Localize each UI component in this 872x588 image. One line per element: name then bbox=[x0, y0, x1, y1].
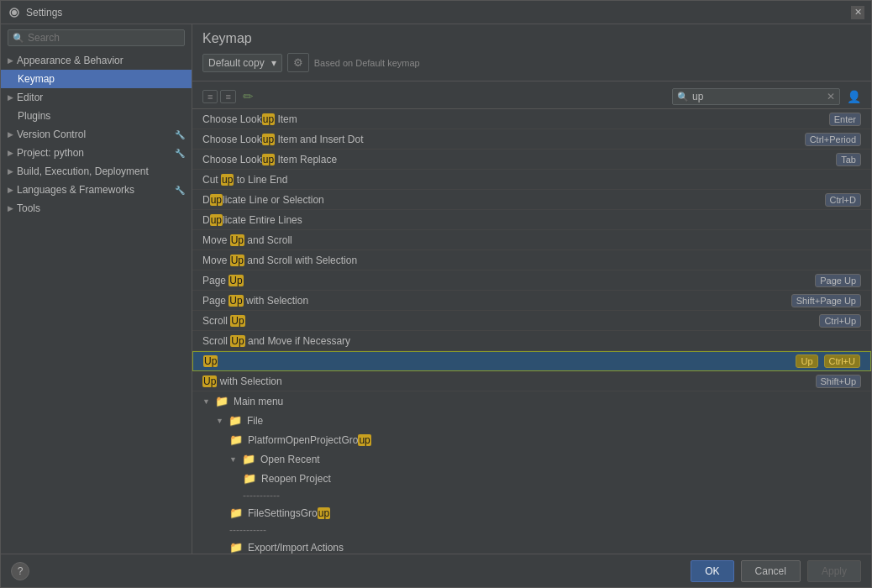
folder-icon: 📁 bbox=[229, 541, 243, 554]
sidebar-item-label: Build, Execution, Deployment bbox=[17, 165, 149, 177]
action-row[interactable]: Up with Selection Shift+Up bbox=[192, 371, 871, 391]
search-person-icon[interactable]: 👤 bbox=[847, 90, 861, 103]
action-row[interactable]: Duplicate Entire Lines bbox=[192, 210, 871, 230]
filter-collapse-all-btn[interactable]: ≡ bbox=[220, 90, 235, 103]
action-name: Move Up and Scroll with Selection bbox=[202, 255, 861, 266]
action-name: Choose Lookup Item bbox=[202, 113, 826, 125]
shortcuts: Up Ctrl+U bbox=[792, 354, 860, 368]
main-content: 🔍 ▶ Appearance & Behavior Keymap ▶ Edito… bbox=[1, 24, 871, 554]
shortcut-tag: Tab bbox=[836, 153, 861, 166]
sidebar-item-label: Version Control bbox=[17, 129, 86, 140]
action-row-selected[interactable]: Up Up Ctrl+U bbox=[192, 351, 871, 371]
action-name: Move Up and Scroll bbox=[202, 234, 861, 246]
shortcut-tag-secondary: Ctrl+U bbox=[824, 354, 860, 368]
shortcuts: Enter bbox=[826, 113, 861, 126]
group-row-open-recent[interactable]: ▼ 📁 Open Recent bbox=[192, 449, 871, 469]
action-search-input[interactable] bbox=[692, 91, 823, 102]
sidebar-search-input[interactable] bbox=[28, 32, 180, 44]
shortcuts: Shift+Up bbox=[812, 375, 862, 388]
action-name: Up with Selection bbox=[202, 375, 812, 387]
action-name: Scroll Up and Move if Necessary bbox=[202, 335, 861, 347]
group-row-file[interactable]: ▼ 📁 File bbox=[192, 411, 871, 430]
close-button[interactable]: ✕ bbox=[851, 6, 864, 19]
shortcuts: Tab bbox=[833, 153, 861, 166]
chevron-right-icon: ▶ bbox=[8, 167, 13, 176]
group-row-export[interactable]: 📁 Export/Import Actions bbox=[192, 538, 871, 554]
sidebar-item-keymap[interactable]: Keymap bbox=[1, 70, 192, 88]
folder-icon: 📁 bbox=[215, 395, 229, 407]
expand-icon: ▼ bbox=[202, 397, 210, 406]
group-label: Export/Import Actions bbox=[248, 542, 344, 554]
action-row[interactable]: Duplicate Line or Selection Ctrl+D bbox=[192, 190, 871, 210]
bottom-bar: ? OK Cancel Apply bbox=[1, 554, 871, 587]
sidebar-item-label: Languages & Frameworks bbox=[17, 184, 134, 196]
titlebar-left: Settings bbox=[8, 6, 62, 19]
ok-button[interactable]: OK bbox=[691, 560, 733, 582]
action-row[interactable]: Choose Lookup Item Replace Tab bbox=[192, 150, 871, 170]
chevron-right-icon: ▶ bbox=[8, 149, 13, 157]
action-row[interactable]: Page Up Page Up bbox=[192, 270, 871, 291]
group-label: Main menu bbox=[234, 396, 283, 407]
keymap-based-label: Based on Default keymap bbox=[314, 58, 420, 68]
sidebar-item-appearance[interactable]: ▶ Appearance & Behavior bbox=[1, 51, 192, 70]
action-name: Choose Lookup Item and Insert Dot bbox=[202, 134, 801, 145]
shortcut-tag: Ctrl+D bbox=[825, 193, 861, 207]
action-search-box[interactable]: 🔍 ✕ bbox=[672, 88, 840, 105]
action-row[interactable]: Move Up and Scroll bbox=[192, 230, 871, 250]
action-row[interactable]: Move Up and Scroll with Selection bbox=[192, 250, 871, 270]
filter-expand-all-btn[interactable]: ≡ bbox=[202, 90, 218, 103]
sidebar-search-icon: 🔍 bbox=[13, 33, 24, 44]
apply-button[interactable]: Apply bbox=[807, 560, 861, 582]
group-row-main-menu[interactable]: ▼ 📁 Main menu bbox=[192, 391, 871, 411]
panel-header: Keymap Default copy ▾ ⚙ Based on Default… bbox=[192, 24, 871, 81]
sidebar-item-label: Plugins bbox=[18, 110, 50, 122]
group-label: Open Recent bbox=[260, 454, 320, 465]
titlebar: Settings ✕ bbox=[1, 1, 871, 24]
action-row[interactable]: Scroll Up Ctrl+Up bbox=[192, 311, 871, 331]
shortcuts: Page Up bbox=[812, 274, 861, 287]
vcs-icon: 🔧 bbox=[175, 130, 185, 139]
sidebar-item-languages[interactable]: ▶ Languages & Frameworks 🔧 bbox=[1, 181, 192, 199]
profile-name: Default copy bbox=[208, 57, 265, 69]
shortcut-tag: Ctrl+Up bbox=[819, 314, 861, 328]
search-clear-icon[interactable]: ✕ bbox=[827, 91, 835, 102]
edit-icon: ✏ bbox=[243, 89, 254, 104]
sidebar-search-box[interactable]: 🔍 bbox=[8, 29, 185, 46]
group-row-platform[interactable]: 📁 PlatformOpenProjectGroup bbox=[192, 430, 871, 449]
cancel-button[interactable]: Cancel bbox=[741, 560, 801, 582]
sidebar-item-editor[interactable]: ▶ Editor bbox=[1, 88, 192, 107]
project-icon: 🔧 bbox=[175, 149, 185, 158]
shortcut-tag: Shift+Page Up bbox=[791, 294, 861, 307]
action-row[interactable]: Cut up to Line End bbox=[192, 170, 871, 190]
action-name: Up bbox=[203, 355, 792, 367]
folder-icon: 📁 bbox=[229, 507, 243, 519]
sidebar-item-plugins[interactable]: Plugins bbox=[1, 107, 192, 125]
action-name: Page Up with Selection bbox=[202, 295, 788, 307]
separator: ----------- bbox=[192, 488, 871, 503]
action-row[interactable]: Choose Lookup Item and Insert Dot Ctrl+P… bbox=[192, 129, 871, 150]
profile-selector[interactable]: Default copy ▾ bbox=[202, 54, 282, 72]
search-row: ≡ ≡ ✏ 🔍 ✕ 👤 bbox=[192, 85, 871, 109]
chevron-right-icon: ▶ bbox=[8, 130, 13, 139]
sidebar-item-version-control[interactable]: ▶ Version Control 🔧 bbox=[1, 125, 192, 144]
profile-dropdown[interactable]: Default copy ▾ bbox=[202, 54, 282, 72]
shortcut-tag: Enter bbox=[829, 113, 861, 126]
shortcuts: Ctrl+Up bbox=[816, 314, 861, 328]
chevron-right-icon: ▶ bbox=[8, 93, 13, 102]
gear-button[interactable]: ⚙ bbox=[287, 53, 309, 72]
shortcuts: Shift+Page Up bbox=[788, 294, 861, 307]
expand-icon: ▼ bbox=[216, 417, 223, 425]
action-row[interactable]: Scroll Up and Move if Necessary bbox=[192, 331, 871, 351]
sidebar-item-build[interactable]: ▶ Build, Execution, Deployment bbox=[1, 162, 192, 181]
shortcut-tag: Shift+Up bbox=[816, 375, 862, 388]
sidebar-item-project[interactable]: ▶ Project: python 🔧 bbox=[1, 144, 192, 162]
sidebar-item-tools[interactable]: ▶ Tools bbox=[1, 199, 192, 218]
sidebar-item-label: Keymap bbox=[18, 73, 55, 85]
action-row[interactable]: Page Up with Selection Shift+Page Up bbox=[192, 291, 871, 311]
action-row[interactable]: Choose Lookup Item Enter bbox=[192, 109, 871, 129]
window-title: Settings bbox=[26, 7, 62, 18]
group-row-reopen[interactable]: 📁 Reopen Project bbox=[192, 469, 871, 488]
help-button[interactable]: ? bbox=[11, 562, 29, 580]
group-row-file-settings[interactable]: 📁 FileSettingsGroup bbox=[192, 503, 871, 522]
action-name: Cut up to Line End bbox=[202, 174, 861, 186]
